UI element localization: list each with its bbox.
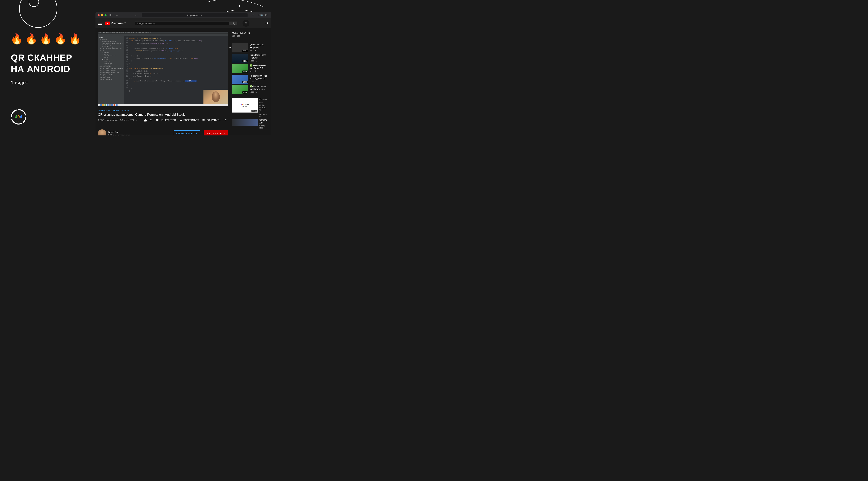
address-bar[interactable]: youtube.com 🔊 xyxy=(142,13,248,18)
svg-rect-9 xyxy=(187,15,188,16)
playlist-item[interactable]: 10:05 ✅ Увеличиваем зароботок В 2 РАЗ…Ne… xyxy=(232,64,268,73)
microphone-icon xyxy=(244,22,248,25)
more-actions-button[interactable]: ••• xyxy=(223,118,228,122)
video-title: QR сканнер на андроид | Camera Permissio… xyxy=(98,113,228,117)
menu-button[interactable] xyxy=(98,22,102,25)
channel-avatar[interactable] xyxy=(98,129,106,136)
svg-rect-16 xyxy=(246,22,247,24)
share-icon[interactable] xyxy=(251,13,255,17)
youtube-logo[interactable]: Premium RU xyxy=(105,22,126,25)
subscribe-button[interactable]: ПОДПИСАТЬСЯ xyxy=(204,130,228,136)
logo-404: 404 xyxy=(10,109,27,125)
forward-button[interactable]: 〉 xyxy=(127,13,132,17)
share-button[interactable]: ПОДЕЛИТЬСЯ xyxy=(179,118,199,122)
window-controls xyxy=(98,14,106,16)
reload-icon[interactable] xyxy=(265,14,268,17)
ide-screenshot: FileEditViewNavigateCodeAnalyzeRefactorB… xyxy=(98,32,228,106)
windows-taskbar: ⊞ xyxy=(98,104,228,106)
search-icon xyxy=(231,22,235,25)
playlist: 10:47 QR сканнер на андроид | Camera…Nec… xyxy=(232,43,268,94)
lock-icon xyxy=(186,14,189,17)
dropdown-icon[interactable]: ⌄ xyxy=(115,13,119,17)
playlist-item[interactable]: 11:56 ✅Сколько можн заработать на…Neco R… xyxy=(232,85,268,94)
channel-row: Neco Ru 37,5 тыс. подписчиков СПОНСИРОВА… xyxy=(98,127,228,136)
save-button[interactable]: СОХРАНИТЬ xyxy=(202,118,220,122)
thumbs-down-icon xyxy=(155,118,159,122)
mix-source: YouTube xyxy=(232,35,268,37)
voice-search-button[interactable] xyxy=(243,20,249,27)
youtube-play-icon xyxy=(105,22,110,25)
svg-text:404: 404 xyxy=(15,114,22,119)
minimize-window-button[interactable] xyxy=(101,14,103,16)
video-stats: 1 836 просмотров • 30 нояб. 2021 г. xyxy=(98,119,138,122)
youtube-header: Premium RU Введите запрос xyxy=(95,19,271,28)
maximize-window-button[interactable] xyxy=(104,14,106,16)
search-input[interactable]: Введите запрос xyxy=(135,22,229,25)
video-hashtags[interactable]: #AndroidStudio #Kotlin #Android xyxy=(98,110,228,112)
related-video-item[interactable]: Kotlin ЗА ЧАС 1:21:33 Kotlin за час прак… xyxy=(232,98,268,117)
address-text: youtube.com xyxy=(190,14,203,17)
promo-panel: 🔥🔥🔥🔥🔥 QR СКАННЕР НА ANDROID 1 видео 404 xyxy=(0,0,94,136)
video-player[interactable]: FileEditViewNavigateCodeAnalyzeRefactorB… xyxy=(98,32,228,106)
svg-point-14 xyxy=(232,22,234,24)
svg-point-6 xyxy=(21,121,21,122)
create-icon xyxy=(265,21,268,25)
promo-subtitle: 1 видео xyxy=(11,80,28,85)
create-button[interactable] xyxy=(265,21,268,25)
shield-icon[interactable] xyxy=(134,13,138,17)
webcam-overlay xyxy=(204,90,228,104)
main-column: FileEditViewNavigateCodeAnalyzeRefactorB… xyxy=(98,32,228,136)
thumbs-up-icon xyxy=(144,118,147,122)
mix-title: Микс – Neco Ru xyxy=(232,32,268,34)
related-video-item[interactable]: Camera X in Capture, Vid… Coding Reel xyxy=(232,119,268,129)
related-column: Микс – Neco Ru YouTube 10:47 QR сканнер … xyxy=(232,32,268,136)
channel-subscribers: 37,5 тыс. подписчиков xyxy=(108,134,172,136)
browser-toolbar: ⌄ 〈 〉 youtube.com 🔊 xyxy=(95,12,271,19)
search-button[interactable] xyxy=(229,22,237,25)
share-arrow-icon xyxy=(179,118,182,122)
playlist-add-icon xyxy=(202,118,206,122)
youtube-content: FileEditViewNavigateCodeAnalyzeRefactorB… xyxy=(95,28,271,136)
audio-indicator-icon[interactable]: 🔊 xyxy=(261,14,264,17)
svg-point-5 xyxy=(19,121,20,122)
playlist-item[interactable]: 10:47 QR сканнер на андроид | Camera…Nec… xyxy=(232,43,268,53)
close-window-button[interactable] xyxy=(98,14,100,16)
svg-line-15 xyxy=(234,24,235,25)
sponsor-button[interactable]: СПОНСИРОВАТЬ xyxy=(174,130,200,136)
promo-title: QR СКАННЕР НА ANDROID xyxy=(11,52,72,75)
sidebar-toggle-icon[interactable] xyxy=(108,13,113,17)
channel-name[interactable]: Neco Ru xyxy=(108,131,172,133)
svg-point-0 xyxy=(239,5,240,7)
safari-window: ⌄ 〈 〉 youtube.com 🔊 xyxy=(95,12,271,136)
svg-rect-7 xyxy=(110,14,112,16)
playlist-item[interactable]: 14:04 CountDownTimer (Таймер обратног…Ne… xyxy=(232,54,268,63)
like-button[interactable]: 128 xyxy=(144,118,152,122)
back-button[interactable]: 〈 xyxy=(122,13,127,17)
video-meta-row: 1 836 просмотров • 30 нояб. 2021 г. 128 … xyxy=(98,118,228,122)
playlist-item[interactable]: 12:11 Генератор QR код для Андроид на K…… xyxy=(232,75,268,84)
dislike-button[interactable]: НЕ НРАВИТСЯ xyxy=(155,118,176,122)
svg-point-4 xyxy=(17,121,18,122)
fire-emoji-row: 🔥🔥🔥🔥🔥 xyxy=(10,33,83,45)
